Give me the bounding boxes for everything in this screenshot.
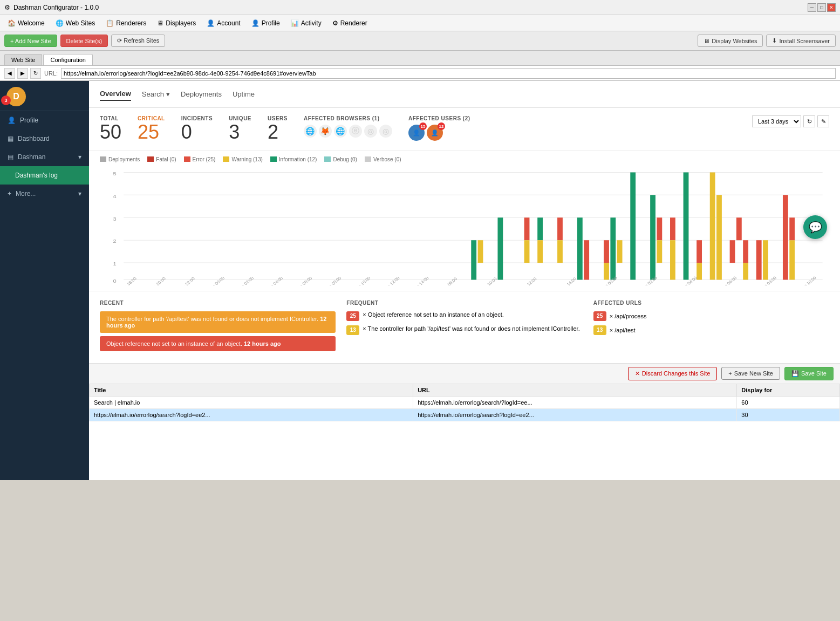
svg-text:Tu 12:00: Tu 12:00 — [521, 276, 538, 285]
menu-renderers[interactable]: 📋 Renderers — [100, 17, 152, 29]
svg-rect-33 — [684, 172, 689, 279]
welcome-icon: 🏠 — [8, 19, 16, 27]
svg-text:Mo 04:00: Mo 04:00 — [267, 275, 284, 285]
menu-welcome[interactable]: 🏠 Welcome — [2, 17, 50, 29]
sidebar-item-dashboard[interactable]: ▦ Dashboard — [0, 129, 89, 148]
chart-refresh-button[interactable]: ↻ — [803, 115, 815, 127]
other-icon: ◎ — [379, 125, 392, 138]
renderers-icon: 📋 — [106, 19, 114, 27]
refresh-sites-button[interactable]: ⟳ Refresh Sites — [111, 35, 165, 47]
forward-button[interactable]: ▶ — [17, 68, 28, 79]
svg-rect-45 — [789, 240, 795, 279]
minimize-button[interactable]: ─ — [808, 3, 816, 12]
nav-search[interactable]: Search ▾ — [142, 88, 170, 100]
save-new-site-button[interactable]: + Save New Site — [721, 367, 780, 380]
reload-button[interactable]: ↻ — [30, 68, 41, 79]
row1-display: 60 — [737, 396, 840, 408]
nav-deployments[interactable]: Deployments — [181, 88, 222, 100]
legend-info-dot — [270, 156, 277, 162]
footer-action-bar: ✕ Discard Changes this Site + Save New S… — [89, 363, 840, 384]
legend-fatal-dot — [147, 156, 154, 162]
legend-info: Information (12) — [270, 156, 317, 162]
nav-overview[interactable]: Overview — [100, 87, 131, 101]
menu-activity[interactable]: 📊 Activity — [285, 17, 327, 29]
svg-text:Mo 06:00: Mo 06:00 — [296, 275, 313, 285]
bottom-sections: RECENT The controller for path '/api/tes… — [89, 291, 840, 363]
sidebar-group-dashman[interactable]: ▤ Dashman ▾ — [0, 148, 89, 166]
account-icon: 👤 — [207, 19, 215, 27]
date-select[interactable]: Last 3 days — [752, 115, 801, 127]
avatar-badge-2: 12 — [438, 122, 445, 130]
sidebar-group-more[interactable]: + More... ▾ — [0, 185, 89, 203]
legend-fatal: Fatal (0) — [147, 156, 176, 162]
legend-warning-dot — [223, 156, 229, 162]
maximize-button[interactable]: □ — [817, 3, 826, 12]
legend-error-dot — [184, 156, 190, 162]
toolbar: + Add New Site Delete Site(s) ⟳ Refresh … — [0, 31, 840, 51]
display-websites-button[interactable]: 🖥 Display Websites — [698, 35, 763, 47]
svg-text:0: 0 — [113, 278, 117, 283]
recent-section: RECENT The controller for path '/api/tes… — [100, 300, 336, 354]
content-area: Overview Search ▾ Deployments Uptime TOT… — [89, 81, 840, 480]
tab-configuration[interactable]: Configuration — [43, 54, 92, 65]
col-title: Title — [90, 384, 413, 396]
url-input[interactable] — [61, 68, 836, 79]
table-row[interactable]: Search | elmah.io https://elmah.io/error… — [90, 396, 840, 408]
svg-rect-16 — [524, 240, 530, 263]
add-new-site-button[interactable]: + Add New Site — [4, 35, 57, 47]
frequent-section: FREQUENT 25 × Object reference not set t… — [346, 300, 582, 354]
chat-bubble[interactable]: 💬 — [803, 215, 827, 239]
discard-changes-button[interactable]: ✕ Discard Changes this Site — [628, 367, 718, 380]
url-label: URL: — [44, 70, 58, 77]
svg-rect-46 — [789, 217, 795, 240]
url-badge-1: 25 — [593, 311, 606, 321]
stats-row: TOTAL 50 CRITICAL 25 INCIDENTS 0 UNIQUE … — [89, 108, 840, 151]
svg-rect-24 — [604, 263, 609, 279]
web-sites-icon: 🌐 — [56, 19, 64, 27]
x-icon: ✕ — [635, 370, 640, 377]
chrome-icon: 🌐 — [304, 125, 317, 138]
svg-rect-22 — [584, 240, 589, 279]
nav-uptime[interactable]: Uptime — [233, 88, 255, 100]
col-url: URL — [413, 384, 737, 396]
svg-text:Tu 10:00: Tu 10:00 — [482, 276, 498, 285]
legend-deployments: Deployments — [100, 156, 140, 162]
legend-verbose-dot — [365, 156, 371, 162]
sites-table: Title URL Display for Search | elmah.io … — [89, 384, 840, 421]
sidebar: D 3 👤 Profile ▦ Dashboard ▤ Dashman ▾ Da… — [0, 81, 89, 480]
install-screensaver-button[interactable]: ⬇ Install Screensaver — [766, 35, 836, 47]
sidebar-item-dashman-log[interactable]: Dashman's log — [0, 166, 89, 185]
menu-account[interactable]: 👤 Account — [201, 17, 245, 29]
stat-critical: CRITICAL 25 — [138, 115, 165, 143]
menu-web-sites[interactable]: 🌐 Web Sites — [50, 17, 100, 29]
affected-browsers: AFFECTED BROWSERS (1) 🌐 🦊 🌐 ⓔ ◎ ◎ — [304, 115, 392, 138]
more-chevron-icon: ▾ — [78, 190, 81, 197]
svg-rect-20 — [557, 240, 563, 263]
tab-website[interactable]: Web Site — [4, 54, 42, 65]
legend-deployments-dot — [100, 156, 106, 162]
table-row[interactable]: https://elmah.io/errorlog/search?logId=e… — [90, 408, 840, 421]
save-site-button[interactable]: 💾 Save Site — [784, 367, 834, 380]
menu-displayers[interactable]: 🖥 Displayers — [152, 17, 201, 29]
svg-text:Mo 08:00: Mo 08:00 — [325, 275, 343, 285]
svg-rect-12 — [471, 240, 476, 279]
menu-renderer[interactable]: ⚙ Renderer — [327, 17, 373, 29]
frequent-title: FREQUENT — [346, 300, 582, 306]
menu-profile[interactable]: 👤 Profile — [246, 17, 285, 29]
chart-edit-button[interactable]: ✎ — [817, 115, 829, 127]
date-filter[interactable]: Last 3 days ↻ ✎ — [752, 115, 829, 127]
back-button[interactable]: ◀ — [4, 68, 15, 79]
svg-text:Tu 08:00: Tu 08:00 — [442, 276, 459, 285]
close-button[interactable]: ✕ — [827, 3, 836, 12]
save-icon: 💾 — [791, 370, 799, 377]
sidebar-item-profile[interactable]: 👤 Profile — [0, 111, 89, 129]
delete-site-button[interactable]: Delete Site(s) — [60, 35, 108, 47]
legend-debug-dot — [324, 156, 331, 162]
safari-icon: ◎ — [364, 125, 377, 138]
svg-text:5: 5 — [113, 170, 117, 176]
svg-rect-21 — [577, 217, 583, 279]
plus-icon: + — [728, 370, 732, 377]
user-avatar-2: 👤 12 — [427, 125, 443, 141]
chart-legend: Deployments Fatal (0) Error (25) Warning… — [100, 156, 829, 162]
chevron-icon: ▾ — [78, 153, 81, 161]
